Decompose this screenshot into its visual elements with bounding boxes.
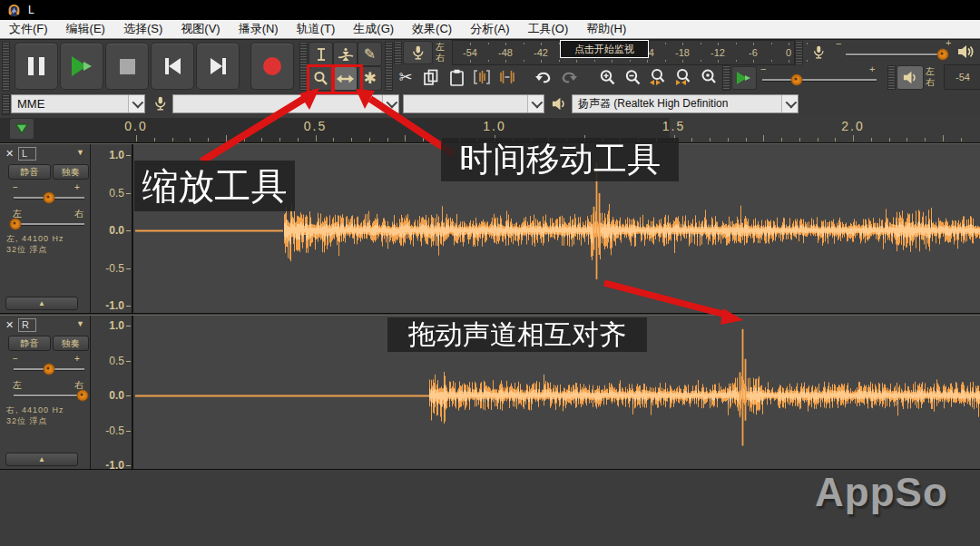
undo-button[interactable] [532, 65, 555, 89]
vertical-ruler-tick [126, 395, 131, 396]
recording-channels-select[interactable] [403, 94, 544, 113]
vertical-ruler-label: -1.0 [105, 459, 124, 472]
record-button[interactable] [250, 43, 294, 90]
recording-volume-slider[interactable] [846, 54, 946, 56]
play-button[interactable] [60, 43, 103, 90]
timeline-pin-button[interactable] [9, 118, 34, 140]
meter-tick [682, 43, 683, 45]
undo-icon [534, 70, 553, 84]
track-title[interactable]: R [18, 318, 36, 332]
zoom-toggle-button[interactable] [697, 65, 720, 89]
meter-grip[interactable] [385, 42, 393, 91]
chevron-down-icon [781, 95, 798, 112]
playback-meter-speaker-button[interactable] [897, 65, 924, 90]
menu-item[interactable]: 播录(N) [230, 20, 288, 38]
vertical-ruler-label: 0.5 [109, 187, 124, 200]
timeline-tick [136, 135, 137, 141]
solo-button[interactable]: 独奏 [53, 336, 89, 351]
zoom-out-button[interactable] [621, 65, 644, 89]
menu-item[interactable]: 帮助(H) [577, 20, 635, 38]
fit-project-button[interactable] [671, 65, 695, 89]
cut-button[interactable]: ✂ [394, 65, 417, 89]
mixer-grip[interactable] [795, 41, 803, 65]
playback-meter-grip[interactable] [887, 65, 896, 90]
recording-volume-knob[interactable] [936, 49, 948, 61]
mixer-mic-button[interactable] [808, 42, 829, 62]
redo-button[interactable] [557, 65, 581, 89]
selection-tool-button[interactable] [309, 42, 333, 66]
menu-item[interactable]: 编辑(E) [57, 20, 114, 38]
vertical-ruler-tick [126, 155, 131, 156]
playback-device-icon-button[interactable] [548, 93, 570, 113]
track-menu-chevron-icon[interactable]: ▼ [76, 319, 84, 328]
recording-device-icon-button[interactable] [149, 93, 171, 113]
mute-button[interactable]: 静音 [8, 164, 51, 180]
play-at-speed-grip[interactable] [722, 65, 730, 91]
paste-button[interactable] [445, 65, 468, 89]
menu-item[interactable]: 轨道(T) [288, 20, 345, 38]
collapse-track-button[interactable]: ▲ [5, 453, 78, 466]
copy-button[interactable] [419, 65, 443, 89]
play-at-speed-button[interactable] [731, 66, 757, 90]
recording-device-select[interactable] [172, 94, 399, 113]
silence-audio-button[interactable] [495, 65, 519, 89]
track-menu-chevron-icon[interactable]: ▼ [76, 148, 84, 157]
menu-item[interactable]: 视图(V) [172, 20, 229, 38]
meter-tick [647, 60, 648, 63]
zoom-in-button[interactable] [595, 65, 619, 89]
timeline-tick [208, 138, 209, 141]
gain-knob[interactable] [44, 364, 55, 375]
playback-meter[interactable]: -54 [944, 64, 980, 90]
play-speed-knob[interactable] [790, 74, 802, 86]
skip-to-end-button[interactable] [196, 43, 240, 90]
recording-meter-mic-button[interactable] [403, 41, 433, 64]
pan-knob[interactable] [77, 390, 89, 402]
pan-knob[interactable] [9, 219, 21, 230]
stop-button[interactable] [105, 43, 149, 90]
meter-tick [594, 60, 595, 62]
menu-item[interactable]: 分析(A) [461, 20, 518, 38]
draw-tool-button[interactable]: ✎ [358, 42, 382, 66]
collapse-track-button[interactable]: ▲ [5, 297, 78, 310]
close-track-icon[interactable]: ✕ [5, 319, 14, 331]
vertical-ruler-tick [126, 268, 131, 269]
pause-button[interactable] [15, 43, 58, 90]
gain-knob[interactable] [44, 192, 55, 204]
zoom-to-selection-button[interactable] [646, 65, 670, 89]
meter-tick [470, 43, 471, 45]
timeline-tick [871, 138, 872, 141]
envelope-tool-button[interactable] [333, 42, 358, 66]
pan-slider[interactable] [14, 223, 84, 226]
track-R-vertical-ruler[interactable]: 1.00.50.0-0.5-1.0 [91, 316, 133, 469]
menu-item[interactable]: 效果(C) [403, 20, 461, 38]
draw-tool-icon: ✎ [364, 45, 376, 63]
meter-tick [682, 60, 683, 63]
gain-plus-label: + [74, 182, 80, 192]
solo-button[interactable]: 独奏 [53, 164, 89, 180]
transport-grip[interactable] [2, 42, 10, 91]
pan-slider[interactable] [14, 395, 84, 397]
skip-to-start-icon [165, 58, 181, 74]
track-L-vertical-ruler[interactable]: 1.00.50.0-0.5-1.0 [91, 144, 133, 313]
meter-tick [524, 60, 524, 62]
meter-tick [736, 43, 737, 44]
menu-item[interactable]: 文件(F) [0, 20, 57, 38]
meter-tick [488, 60, 489, 62]
menu-item[interactable]: 工具(O) [518, 20, 577, 38]
device-toolbar-grip[interactable] [2, 94, 10, 115]
audio-host-select[interactable]: MME [11, 94, 145, 113]
trim-audio-button[interactable] [470, 65, 494, 89]
close-track-icon[interactable]: ✕ [5, 148, 14, 160]
mute-button[interactable]: 静音 [8, 336, 51, 351]
timeline-tick [835, 138, 836, 141]
track-R-control-panel: ✕ R ▼ 静音 独奏 − + 左 右 右, 44100 Hz 32位 浮点 ▲ [0, 316, 91, 469]
mixer-speaker-button[interactable] [954, 41, 977, 63]
menu-item[interactable]: 生成(G) [344, 20, 403, 38]
playback-device-select[interactable]: 扬声器 (Realtek High Definition [572, 94, 799, 113]
meter-tick [665, 43, 666, 44]
skip-to-start-button[interactable] [151, 43, 194, 90]
recording-meter-grip[interactable] [394, 41, 402, 65]
track-title[interactable]: L [18, 147, 36, 161]
play-speed-slider[interactable] [762, 79, 877, 82]
menu-item[interactable]: 选择(S) [114, 20, 172, 38]
